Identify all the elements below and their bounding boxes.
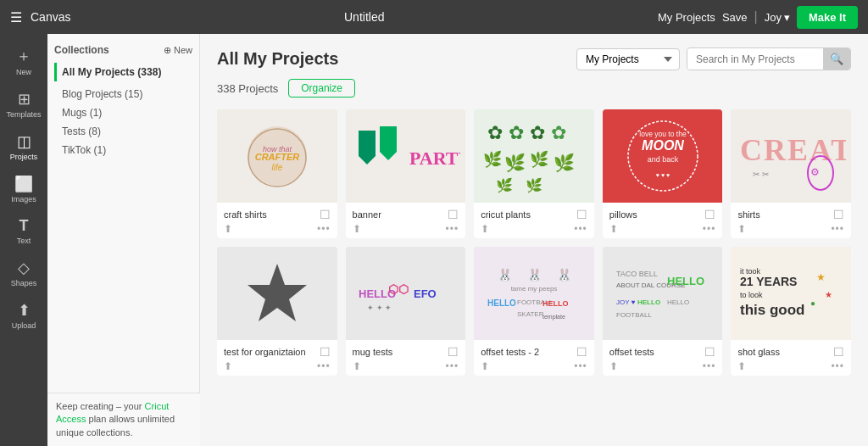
user-menu[interactable]: Joy ▾ [765, 11, 790, 24]
sidebar-item-upload[interactable]: ⬆ Upload [3, 296, 44, 335]
svg-text:✿: ✿ [509, 122, 524, 143]
project-card-banner[interactable]: PARTY banner ☐ ⬆ ••• [346, 109, 466, 238]
card-more-icon[interactable]: ••• [317, 223, 331, 235]
collection-item-mugs[interactable]: Mugs (1) [54, 103, 192, 122]
card-select-checkbox[interactable]: ☐ [833, 208, 844, 221]
projects-dropdown[interactable]: My Projects Shared Projects [576, 48, 680, 70]
new-collection-button[interactable]: ⊕ New [164, 45, 192, 56]
save-button[interactable]: Save [722, 11, 748, 24]
project-card-offset-tests[interactable]: TACO BELL ABOUT DAL COURSE HELLO JOY ♥ H… [603, 247, 723, 376]
search-input[interactable] [687, 49, 823, 70]
card-name: offset tests [609, 347, 705, 357]
sidebar-item-templates[interactable]: ⊞ Templates [3, 85, 44, 124]
card-more-icon[interactable]: ••• [317, 360, 331, 372]
new-collection-label: New [174, 45, 192, 55]
my-projects-link[interactable]: My Projects [658, 11, 715, 24]
card-select-checkbox[interactable]: ☐ [320, 208, 331, 221]
card-footer: craft shirts ☐ ⬆ ••• [217, 203, 337, 238]
sidebar-item-projects[interactable]: ◫ Projects [3, 127, 44, 166]
user-name-label: Joy [765, 11, 782, 24]
card-footer: shirts ☐ ⬆ ••• [731, 203, 851, 238]
collection-item-tiktok[interactable]: TikTok (1) [54, 141, 192, 159]
projects-icon: ◫ [17, 132, 31, 151]
card-name: shirts [737, 209, 833, 220]
card-select-checkbox[interactable]: ☐ [576, 345, 587, 359]
card-more-icon[interactable]: ••• [831, 360, 844, 372]
card-more-icon[interactable]: ••• [831, 223, 844, 235]
card-share-icon[interactable]: ⬆ [737, 360, 746, 372]
card-select-checkbox[interactable]: ☐ [833, 345, 844, 359]
upload-icon: ⬆ [18, 301, 31, 320]
svg-text:PARTY: PARTY [409, 148, 460, 169]
sidebar-item-text[interactable]: T Text [3, 212, 44, 250]
collections-title: Collections [54, 44, 109, 56]
collection-item-blog[interactable]: Blog Projects (15) [54, 85, 192, 103]
sidebar-item-images[interactable]: ⬜ Images [3, 170, 44, 209]
project-card-pillows[interactable]: love you to the MOON and back ♥ ♥ ♥ pill… [603, 109, 723, 238]
svg-text:MOON: MOON [642, 138, 684, 153]
project-card-shirts[interactable]: CREATE ✂ ✂ ⚙ shirts ☐ ⬆ ••• [731, 109, 851, 238]
make-it-button[interactable]: Make It [797, 6, 858, 29]
icon-bar: ＋ New ⊞ Templates ◫ Projects ⬜ Images T … [0, 34, 47, 446]
card-share-icon[interactable]: ⬆ [224, 360, 232, 372]
all-projects-link[interactable]: All My Projects (338) [54, 63, 192, 81]
card-thumbnail: PARTY [346, 109, 466, 203]
svg-marker-28 [248, 264, 307, 321]
project-card-test-for-org[interactable]: test for organiztaion ☐ ⬆ ••• [217, 247, 337, 376]
project-card-mug-tests[interactable]: HELLO ⬡⬡ EFO ✦ ✦ ✦ mug tests ☐ ⬆ ••• [346, 247, 466, 376]
card-name: cricut plants [481, 209, 576, 220]
card-more-icon[interactable]: ••• [574, 360, 587, 372]
svg-text:CRAFTER: CRAFTER [255, 152, 300, 162]
card-share-icon[interactable]: ⬆ [609, 223, 618, 235]
sidebar-projects-label: Projects [10, 153, 38, 161]
card-share-icon[interactable]: ⬆ [353, 223, 361, 235]
card-more-icon[interactable]: ••• [446, 223, 459, 235]
card-select-checkbox[interactable]: ☐ [448, 208, 459, 221]
svg-text:🌿: 🌿 [526, 177, 542, 193]
shapes-icon: ◇ [18, 259, 30, 277]
divider: | [754, 9, 758, 25]
svg-text:🌿: 🌿 [554, 153, 575, 173]
svg-text:★: ★ [825, 290, 832, 299]
card-footer: cricut plants ☐ ⬆ ••• [474, 203, 594, 238]
svg-text:●: ● [810, 298, 815, 308]
card-share-icon[interactable]: ⬆ [353, 360, 361, 372]
hamburger-icon[interactable]: ☰ [10, 9, 22, 25]
card-select-checkbox[interactable]: ☐ [576, 208, 587, 221]
card-select-checkbox[interactable]: ☐ [448, 345, 459, 359]
sidebar-images-label: Images [11, 195, 36, 203]
svg-text:HELLO: HELLO [542, 299, 569, 308]
sidebar-item-shapes[interactable]: ◇ Shapes [3, 254, 44, 293]
svg-text:🌿: 🌿 [504, 153, 526, 173]
project-card-shot-glass[interactable]: it took 21 YEARS to look this good ★ ★ ●… [731, 247, 851, 376]
sidebar-item-new[interactable]: ＋ New [3, 41, 44, 81]
card-more-icon[interactable]: ••• [574, 223, 587, 235]
svg-text:life: life [271, 163, 282, 172]
card-more-icon[interactable]: ••• [703, 223, 716, 235]
card-share-icon[interactable]: ⬆ [481, 223, 489, 235]
svg-text:✂ ✂: ✂ ✂ [753, 170, 769, 179]
organize-button[interactable]: Organize [288, 79, 355, 98]
card-select-checkbox[interactable]: ☐ [704, 345, 715, 359]
card-select-checkbox[interactable]: ☐ [704, 208, 715, 221]
card-select-checkbox[interactable]: ☐ [320, 345, 331, 359]
card-footer: pillows ☐ ⬆ ••• [603, 203, 723, 238]
project-card-craft-shirts[interactable]: how that CRAFTER life craft shirts ☐ ⬆ •… [217, 109, 337, 238]
search-button[interactable]: 🔍 [823, 48, 850, 70]
card-share-icon[interactable]: ⬆ [609, 360, 618, 372]
card-share-icon[interactable]: ⬆ [737, 223, 746, 235]
svg-text:★: ★ [816, 271, 826, 283]
main-controls: My Projects Shared Projects 🔍 [576, 47, 851, 70]
card-share-icon[interactable]: ⬆ [481, 360, 489, 372]
svg-text:🐰: 🐰 [526, 268, 542, 282]
card-more-icon[interactable]: ••• [446, 360, 459, 372]
card-more-icon[interactable]: ••• [703, 360, 716, 372]
text-icon: T [19, 217, 29, 235]
topbar: ☰ Canvas Untitled My Projects Save | Joy… [0, 0, 868, 34]
svg-text:tame my peeps: tame my peeps [511, 285, 558, 293]
project-card-offset-tests-2[interactable]: 🐰 🐰 🐰 tame my peeps HELLO FOOTBALL HELLO… [474, 247, 594, 376]
new-icon: ＋ [16, 46, 31, 66]
collection-item-tests[interactable]: Tests (8) [54, 122, 192, 141]
card-share-icon[interactable]: ⬆ [224, 223, 232, 235]
project-card-cricut-plants[interactable]: ✿ ✿ ✿ ✿ 🌿 🌿 🌿 🌿 🌿 🌿 cricut plants [474, 109, 594, 238]
